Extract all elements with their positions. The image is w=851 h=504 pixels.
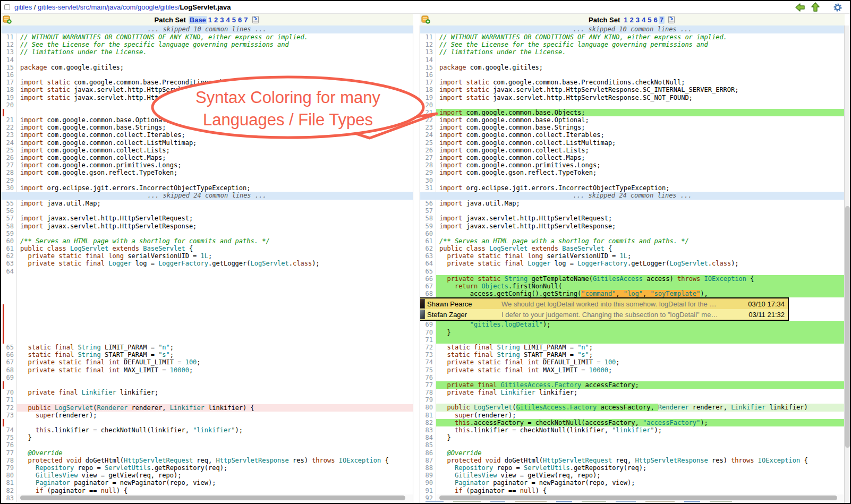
line-number[interactable]: 27	[1, 161, 17, 169]
patchset-option-3[interactable]: 3	[219, 16, 225, 24]
line-number[interactable]: 12	[420, 41, 436, 48]
line-number[interactable]: 62	[1, 252, 17, 260]
line-number[interactable]: 61	[420, 237, 436, 245]
line-number[interactable]: 60	[420, 230, 436, 237]
line-number[interactable]: 71	[420, 336, 436, 344]
line-number[interactable]: 87	[420, 457, 436, 464]
line-number[interactable]: 66	[1, 351, 17, 358]
line-number[interactable]: 73	[420, 351, 436, 358]
line-number[interactable]: 18	[420, 86, 436, 93]
line-number[interactable]: 25	[420, 139, 436, 147]
patchset-option-2[interactable]: 2	[629, 16, 635, 24]
line-number[interactable]: 75	[420, 366, 436, 374]
line-number[interactable]: 74	[420, 358, 436, 366]
line-number[interactable]: 77	[1, 449, 17, 457]
line-number[interactable]: 70	[420, 329, 436, 336]
line-number[interactable]: 79	[420, 396, 436, 404]
line-number[interactable]: 66	[420, 275, 436, 283]
line-number[interactable]: 21	[420, 109, 436, 116]
download-patch-icon[interactable]	[251, 15, 260, 24]
line-number[interactable]: 86	[420, 449, 436, 457]
line-number[interactable]: 60	[1, 237, 17, 245]
line-number[interactable]: 89	[420, 472, 436, 479]
line-number[interactable]: 20	[420, 101, 436, 109]
line-number[interactable]: 25	[1, 147, 17, 154]
line-number[interactable]: 78	[1, 457, 17, 464]
download-patch-icon[interactable]	[667, 15, 676, 24]
line-number[interactable]: 16	[1, 71, 17, 79]
patchset-option-4[interactable]: 4	[225, 16, 231, 24]
line-number[interactable]: 72	[1, 404, 17, 412]
skipped-lines-banner[interactable]: ... skipped 24 common lines ...	[420, 192, 845, 200]
file-reviewed-checkbox[interactable]	[4, 4, 10, 10]
file-list-icon[interactable]	[421, 15, 430, 24]
patchset-option-6[interactable]: 6	[237, 16, 243, 24]
line-number[interactable]: 61	[1, 245, 17, 252]
line-number[interactable]: 81	[1, 479, 17, 486]
line-number[interactable]: 14	[420, 56, 436, 64]
line-number[interactable]: 64	[420, 260, 436, 267]
line-number[interactable]: 63	[420, 252, 436, 260]
line-number[interactable]: 23	[420, 124, 436, 131]
line-number[interactable]: 77	[420, 381, 436, 389]
line-number[interactable]: 58	[1, 223, 17, 230]
patchset-option-3[interactable]: 3	[635, 16, 641, 24]
line-number[interactable]: 75	[1, 434, 17, 441]
line-number[interactable]: 57	[420, 207, 436, 215]
vertical-scrollbar-thumb[interactable]	[845, 206, 850, 448]
line-number[interactable]: 59	[420, 223, 436, 230]
line-number[interactable]: 80	[420, 404, 436, 411]
prev-file-arrow-icon[interactable]	[795, 3, 805, 12]
line-number[interactable]: 20	[1, 101, 17, 109]
line-number[interactable]: 65	[1, 344, 17, 351]
patchset-option-5[interactable]: 5	[646, 16, 652, 24]
line-number[interactable]: 56	[420, 200, 436, 207]
up-to-change-arrow-icon[interactable]	[811, 2, 820, 12]
patchset-option-6[interactable]: 6	[652, 16, 658, 24]
line-number[interactable]: 15	[1, 64, 17, 71]
line-number[interactable]: 91	[420, 487, 436, 494]
line-number[interactable]: 70	[1, 389, 17, 396]
settings-gear-icon[interactable]	[833, 3, 843, 12]
breadcrumb-path-link[interactable]: gitiles-servlet/src/main/java/com/google…	[38, 3, 180, 11]
line-number[interactable]: 11	[420, 33, 436, 41]
line-number[interactable]: 63	[1, 260, 17, 267]
patchset-option-7[interactable]: 7	[659, 16, 665, 24]
line-number[interactable]: 79	[1, 464, 17, 472]
patchset-option-7[interactable]: 7	[243, 16, 249, 24]
line-number[interactable]: 80	[1, 472, 17, 479]
line-number[interactable]: 83	[420, 426, 436, 434]
comment-row[interactable]: Stefan ZagerI defer to your judgement. C…	[420, 309, 788, 320]
line-number[interactable]: 28	[1, 169, 17, 176]
skipped-lines-banner[interactable]: ... skipped 10 common lines ...	[420, 25, 845, 33]
breadcrumb-project-link[interactable]: gitiles	[14, 3, 32, 11]
line-number[interactable]: 67	[1, 358, 17, 366]
patchset-option-4[interactable]: 4	[641, 16, 646, 24]
line-number[interactable]: 76	[1, 441, 17, 449]
line-number[interactable]: 73	[1, 412, 17, 419]
horizontal-scrollbar-thumb[interactable]	[439, 496, 837, 500]
comment-row[interactable]: Shawn PearceWe should get logDetail work…	[420, 298, 788, 309]
line-number[interactable]: 67	[420, 283, 436, 290]
line-number[interactable]: 76	[420, 374, 436, 381]
file-list-icon[interactable]	[3, 15, 12, 24]
inline-comment-thread[interactable]: Shawn PearceWe should get logDetail work…	[420, 297, 789, 321]
line-number[interactable]: 68	[1, 366, 17, 374]
line-number[interactable]: 29	[420, 169, 436, 176]
horizontal-scrollbar[interactable]	[17, 494, 413, 502]
line-number[interactable]: 16	[420, 71, 436, 79]
line-number[interactable]: 24	[1, 139, 17, 147]
line-number[interactable]: 64	[1, 268, 17, 275]
line-number[interactable]: 72	[420, 344, 436, 351]
line-number[interactable]: 88	[420, 464, 436, 472]
line-number[interactable]: 90	[420, 479, 436, 486]
line-number[interactable]: 57	[1, 215, 17, 222]
horizontal-scrollbar-thumb[interactable]	[20, 496, 405, 500]
line-number[interactable]: 31	[420, 184, 436, 192]
patchset-option-base[interactable]: Base	[189, 16, 207, 24]
line-number[interactable]: 68	[420, 290, 436, 297]
line-number[interactable]: 65	[420, 268, 436, 275]
line-number[interactable]: 55	[1, 200, 17, 207]
line-number[interactable]: 22	[420, 116, 436, 124]
line-number[interactable]: 13	[420, 48, 436, 56]
